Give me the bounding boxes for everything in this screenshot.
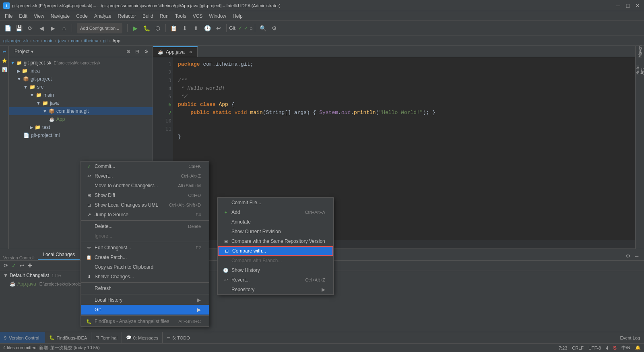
menu-help[interactable]: Help bbox=[229, 11, 246, 21]
menu-navigate[interactable]: Navigate bbox=[47, 11, 73, 21]
history-btn[interactable]: 🕐 bbox=[202, 23, 213, 33]
back-btn[interactable]: ◀ bbox=[36, 23, 47, 33]
ctx-refresh[interactable]: Refresh bbox=[81, 284, 209, 293]
menu-code[interactable]: Code bbox=[73, 11, 91, 21]
bc-project[interactable]: git-project-sk bbox=[3, 38, 29, 43]
search-btn[interactable]: 🔍 bbox=[258, 23, 268, 33]
tree-src[interactable]: ▼ 📁 src bbox=[9, 83, 153, 91]
tree-java[interactable]: ▼ 📁 java bbox=[9, 99, 153, 107]
panel-minimize-btn[interactable]: ─ bbox=[633, 252, 641, 260]
ctx-show-diff[interactable]: ⊞ Show Diff Ctrl+D bbox=[81, 190, 209, 200]
sub-revert[interactable]: ↩ Revert... Ctrl+Alt+Z bbox=[218, 275, 333, 285]
tree-root[interactable]: ▼ 📁 git-project-sk E:\project-sk\git-pro… bbox=[9, 59, 153, 67]
rollback-vc-btn[interactable]: ↩ bbox=[18, 262, 26, 270]
findbugs-tab-btn[interactable]: 🐛 FindBugs-IDEA bbox=[45, 332, 91, 344]
new-file-btn[interactable]: 📄 bbox=[2, 23, 13, 33]
bc-com[interactable]: com bbox=[71, 38, 79, 43]
sub-compare-same-repo[interactable]: ⊟ Compare with the Same Repository Versi… bbox=[218, 236, 333, 246]
tree-package[interactable]: ▼ 📦 com.itheima.git bbox=[9, 107, 153, 115]
bc-java[interactable]: java bbox=[58, 38, 66, 43]
ctx-jump-source[interactable]: ↗ Jump to Source F4 bbox=[81, 210, 209, 219]
settings-tree-btn[interactable]: ⚙ bbox=[142, 48, 150, 56]
favorites-btn[interactable]: ⭐ bbox=[0, 56, 8, 64]
tree-app[interactable]: ☕ App bbox=[9, 115, 153, 123]
menu-window[interactable]: Window bbox=[206, 11, 229, 21]
menu-vcs[interactable]: VCS bbox=[190, 11, 206, 21]
maximize-button[interactable]: □ bbox=[625, 2, 631, 9]
menu-view[interactable]: View bbox=[31, 11, 47, 21]
add-config-btn[interactable]: Add Configuration... bbox=[77, 23, 122, 33]
ctx-local-history[interactable]: Local History ▶ bbox=[81, 295, 209, 305]
sub-repository[interactable]: Repository ▶ bbox=[218, 285, 333, 294]
ctx-create-patch[interactable]: 📋 Create Patch... bbox=[81, 253, 209, 262]
settings-btn[interactable]: ⚙ bbox=[269, 23, 279, 33]
bc-git[interactable]: git bbox=[103, 38, 108, 43]
bc-main[interactable]: main bbox=[44, 38, 54, 43]
minimize-button[interactable]: ─ bbox=[615, 2, 621, 9]
sub-add[interactable]: + Add Ctrl+Alt+A bbox=[218, 207, 333, 217]
home-btn[interactable]: ⌂ bbox=[59, 23, 69, 33]
ctx-shelve[interactable]: ⬇ Shelve Changes... bbox=[81, 272, 209, 282]
run-with-coverage-btn[interactable]: ⬡ bbox=[153, 23, 163, 33]
menu-run[interactable]: Run bbox=[157, 11, 172, 21]
close-button[interactable]: ✕ bbox=[634, 2, 641, 9]
ctx-ignore[interactable]: Ignore... bbox=[81, 231, 209, 241]
refresh-vc-btn[interactable]: ⟳ bbox=[2, 262, 10, 270]
maven-btn[interactable]: Maven bbox=[636, 48, 644, 56]
ctx-commit[interactable]: ✓ Commit... Ctrl+K bbox=[81, 162, 209, 171]
forward-btn[interactable]: ▶ bbox=[47, 23, 58, 33]
tab-local-changes[interactable]: Local Changes bbox=[38, 250, 80, 260]
messages-tab-btn[interactable]: 💬0: Messages bbox=[122, 332, 163, 344]
ctx-revert[interactable]: ↩ Revert... Ctrl+Alt+Z bbox=[81, 171, 209, 181]
ctx-copy-patch[interactable]: Copy as Patch to Clipboard bbox=[81, 262, 209, 272]
run-btn[interactable]: ▶ bbox=[130, 23, 140, 33]
rollback-btn[interactable]: ↩ bbox=[213, 23, 224, 33]
ant-btn[interactable]: Ant Build bbox=[636, 66, 644, 74]
debug-btn[interactable]: 🐛 bbox=[141, 23, 152, 33]
sub-show-current-revision[interactable]: Show Current Revision bbox=[218, 227, 333, 236]
vcs-btn1[interactable]: 📋 bbox=[168, 23, 179, 33]
ctx-move-changelist[interactable]: Move to Another Changelist... Alt+Shift+… bbox=[81, 181, 209, 190]
tree-iml[interactable]: 📄 git-project.iml bbox=[9, 131, 153, 139]
menu-build[interactable]: Build bbox=[139, 11, 157, 21]
ctx-findbugs[interactable]: 🐛 FindBugs - Analyze changelist files Al… bbox=[81, 317, 209, 326]
sub-annotate[interactable]: Annotate bbox=[218, 217, 333, 227]
tree-main[interactable]: ▼ 📁 main bbox=[9, 91, 153, 99]
plus-btn[interactable]: ✚ bbox=[26, 262, 34, 270]
sub-compare-with[interactable]: ⊟ Compare with... bbox=[218, 246, 333, 256]
event-log-label[interactable]: Event Log bbox=[620, 335, 640, 340]
vcs-btn2[interactable]: ⬇ bbox=[180, 23, 190, 33]
sub-compare-branch[interactable]: Compare with Branch... bbox=[218, 256, 333, 265]
notifications-icon[interactable]: 🔔 bbox=[635, 345, 641, 350]
ctx-delete[interactable]: Delete... Delete bbox=[81, 222, 209, 231]
tree-git-project[interactable]: ▼ 📦 git-project bbox=[9, 75, 153, 83]
menu-tools[interactable]: Tools bbox=[172, 11, 190, 21]
tree-idea[interactable]: ▶ 📁 .idea bbox=[9, 67, 153, 75]
terminal-tab-btn[interactable]: ⊡Terminal bbox=[91, 332, 122, 344]
panel-settings-btn[interactable]: ⚙ bbox=[624, 252, 632, 260]
version-control-tab-btn[interactable]: 9: Version Control bbox=[0, 332, 45, 344]
sub-commit-file[interactable]: Commit File... bbox=[218, 198, 333, 207]
collapse-btn[interactable]: ⊟ bbox=[133, 48, 141, 56]
menu-analyze[interactable]: Analyze bbox=[91, 11, 115, 21]
tab-app-java[interactable]: ☕ App.java ✕ bbox=[153, 46, 198, 57]
close-tab-icon[interactable]: ✕ bbox=[189, 50, 192, 55]
sub-show-history[interactable]: 🕐 Show History bbox=[218, 265, 333, 275]
structure-btn[interactable]: 📊 bbox=[0, 65, 8, 73]
todo-tab-btn[interactable]: ☰6: TODO bbox=[163, 332, 194, 344]
bc-app[interactable]: App bbox=[112, 38, 120, 43]
save-btn[interactable]: 💾 bbox=[14, 23, 24, 33]
tree-test[interactable]: ▶ 📁 test bbox=[9, 123, 153, 131]
bc-src[interactable]: src bbox=[33, 38, 39, 43]
project-view-btn[interactable]: 1 bbox=[0, 48, 8, 56]
ctx-show-uml[interactable]: ⊡ Show Local Changes as UML Ctrl+Alt+Shi… bbox=[81, 200, 209, 210]
sync-btn[interactable]: ⊕ bbox=[124, 48, 132, 56]
bc-itheima[interactable]: itheima bbox=[84, 38, 98, 43]
ctx-edit-changelist[interactable]: ✏ Edit Changelist... F2 bbox=[81, 243, 209, 253]
refresh-btn[interactable]: ⟳ bbox=[25, 23, 35, 33]
menu-file[interactable]: File bbox=[2, 11, 16, 21]
ctx-git[interactable]: Git ▶ bbox=[81, 305, 209, 315]
menu-edit[interactable]: Edit bbox=[16, 11, 31, 21]
menu-refactor[interactable]: Refactor bbox=[115, 11, 139, 21]
commit-btn[interactable]: ✓ bbox=[10, 262, 18, 270]
